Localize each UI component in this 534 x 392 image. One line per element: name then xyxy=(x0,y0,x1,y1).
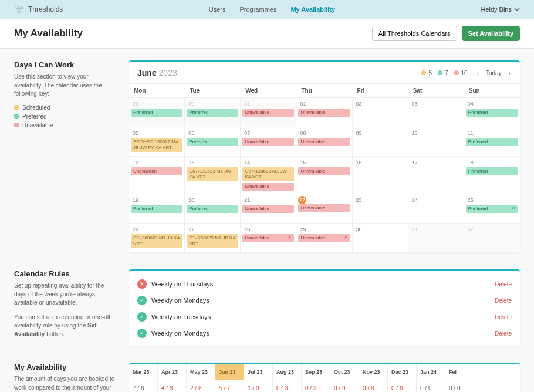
calendar-cell[interactable]: 28Unavailable✕ xyxy=(241,224,296,253)
event-pill-preferred[interactable]: Preferred xyxy=(187,205,238,213)
event-pill-unavailable[interactable]: Unavailable✕ xyxy=(298,234,350,242)
month-value[interactable]: 0 / 6 xyxy=(388,380,416,392)
month-value[interactable]: 0 / 0 xyxy=(417,380,445,392)
event-pill-preferred[interactable]: Preferred xyxy=(187,109,238,117)
calendar-cell[interactable]: 15Unavailable xyxy=(296,157,352,194)
event-pill-unavailable[interactable]: Unavailable xyxy=(298,167,350,175)
calendar-cell[interactable]: 09 xyxy=(353,127,408,157)
event-pill-unavailable[interactable]: Unavailable xyxy=(131,167,182,175)
event-pill-preferred[interactable]: Preferred xyxy=(187,138,238,146)
month-value[interactable]: 0 / 8 xyxy=(359,380,387,392)
calendar-cell[interactable]: 24 xyxy=(408,194,464,224)
event-pill-scheduled[interactable]: SEOHEO/130622 M4 JB JW FY KA VRT xyxy=(131,138,182,152)
calendar-cell[interactable]: 01Unavailable xyxy=(296,98,352,127)
month-value[interactable]: 0 / 3 xyxy=(302,380,330,392)
calendar-cell[interactable]: 29Preferred xyxy=(129,98,185,127)
pill-delete-icon[interactable]: ✕ xyxy=(344,235,348,240)
user-menu[interactable]: Heidy Bins xyxy=(481,6,520,13)
month-value[interactable]: 4 / 8 xyxy=(158,380,186,392)
calendar-next-button[interactable]: › xyxy=(508,69,512,77)
weekday-header: Sat xyxy=(408,83,464,98)
event-pill-unavailable[interactable]: Unavailable xyxy=(298,204,350,212)
count-preferred-icon xyxy=(438,70,442,75)
rule-delete-link[interactable]: Delete xyxy=(495,281,512,288)
event-pill-unavailable[interactable]: Unavailable xyxy=(242,205,294,213)
event-pill-unavailable[interactable]: Unavailable xyxy=(298,109,350,117)
month-header: May 23 xyxy=(187,364,215,380)
month-value[interactable]: 7 / 8 xyxy=(129,380,157,392)
calendar-cell[interactable]: 07Unavailable xyxy=(241,127,296,157)
calendar-cell[interactable]: 30 xyxy=(353,224,408,253)
nav-availability[interactable]: My Availability xyxy=(290,6,335,13)
event-pill-preferred[interactable]: Preferred xyxy=(466,109,518,117)
event-pill-unavailable[interactable]: Unavailable xyxy=(242,183,294,191)
calendar-cell[interactable]: 23 xyxy=(353,194,408,224)
pill-delete-icon[interactable]: ✕ xyxy=(512,206,516,211)
event-pill-preferred[interactable]: Preferred xyxy=(131,109,182,117)
calendar-cell[interactable]: 03 xyxy=(408,98,464,127)
calendar-cell[interactable]: 30Preferred xyxy=(185,98,241,127)
month-column: Oct 230 / 9 xyxy=(330,364,359,392)
all-calendars-button[interactable]: All Thresholds Calendars xyxy=(372,26,457,41)
calendar-cell[interactable]: 12Unavailable xyxy=(129,157,185,194)
nav-programmes[interactable]: Programmes xyxy=(239,6,276,13)
calendar-prev-button[interactable]: ‹ xyxy=(476,69,480,77)
event-pill-unavailable[interactable]: Unavailable xyxy=(298,138,350,146)
month-column: Sep 230 / 3 xyxy=(302,364,330,392)
calendar-today-button[interactable]: Today xyxy=(486,70,502,76)
calendar-cell[interactable]: 20Preferred xyxy=(185,194,241,224)
calendar-cell[interactable]: 22Unavailable xyxy=(296,194,352,224)
month-header: Jul 23 xyxy=(244,364,272,380)
date-number: 28 xyxy=(242,225,294,234)
calendar-cell[interactable]: 10 xyxy=(408,127,464,157)
date-number: 12 xyxy=(131,158,182,167)
calendar-cell[interactable]: 27CT- 260623 M1 JB KA VRT xyxy=(185,224,241,253)
rule-delete-link[interactable]: Delete xyxy=(495,330,512,337)
month-column: Jun 235 / 7 xyxy=(215,364,244,392)
event-pill-preferred[interactable]: Preferred✕ xyxy=(466,205,518,213)
calendar-cell[interactable]: 29Unavailable✕ xyxy=(296,224,352,253)
month-value[interactable]: 5 / 7 xyxy=(215,380,244,392)
calendar-cell[interactable]: 13G67-130623 M1 JW KA VRT xyxy=(185,157,241,194)
logo[interactable]: Thresholds xyxy=(14,4,63,15)
event-pill-scheduled[interactable]: CT- 260623 M1 JB KA VRT xyxy=(131,234,182,248)
calendar-cell[interactable]: 16 xyxy=(353,157,408,194)
calendar-cell[interactable]: 18Preferred xyxy=(464,157,520,194)
rule-delete-link[interactable]: Delete xyxy=(495,298,512,304)
month-value[interactable]: 1 / 9 xyxy=(244,380,272,392)
calendar-cell[interactable]: 14G67-130623 M1 JW KA VRTUnavailable xyxy=(241,157,296,194)
calendar-cell[interactable]: 05SEOHEO/130622 M4 JB JW FY KA VRT xyxy=(129,127,185,157)
event-pill-unavailable[interactable]: Unavailable✕ xyxy=(242,234,294,242)
month-value[interactable]: 0 / 9 xyxy=(330,380,359,392)
event-pill-scheduled[interactable]: CT- 260623 M1 JB KA VRT xyxy=(187,234,238,248)
calendar-cell[interactable]: 01 xyxy=(408,224,464,253)
month-value[interactable]: 2 / 8 xyxy=(187,380,215,392)
event-pill-unavailable[interactable]: Unavailable xyxy=(242,109,294,117)
month-value[interactable]: 0 / 0 xyxy=(445,380,474,392)
event-pill-scheduled[interactable]: G67-130623 M1 JW KA VRT xyxy=(242,167,294,181)
calendar-cell[interactable]: 08Unavailable xyxy=(296,127,352,157)
chevron-down-icon xyxy=(514,6,520,12)
calendar-cell[interactable]: 04Preferred xyxy=(464,98,520,127)
rules-desc-2: You can set up a repeating or one-off av… xyxy=(14,313,117,339)
calendar-cell[interactable]: 02 xyxy=(464,224,520,253)
set-availability-button[interactable]: Set Availability xyxy=(462,26,520,41)
pill-delete-icon[interactable]: ✕ xyxy=(288,235,292,240)
calendar-cell[interactable]: 21Unavailable xyxy=(241,194,296,224)
calendar-cell[interactable]: 11Preferred xyxy=(464,127,520,157)
month-value[interactable]: 0 / 3 xyxy=(273,380,301,392)
calendar-cell[interactable]: 26CT- 260623 M1 JB KA VRT xyxy=(129,224,185,253)
event-pill-unavailable[interactable]: Unavailable xyxy=(242,138,294,146)
calendar-cell[interactable]: 02 xyxy=(353,98,408,127)
nav-users[interactable]: Users xyxy=(209,6,226,13)
calendar-cell[interactable]: 17 xyxy=(408,157,464,194)
calendar-cell[interactable]: 06Preferred xyxy=(185,127,241,157)
event-pill-preferred[interactable]: Preferred xyxy=(131,205,182,213)
calendar-cell[interactable]: 31Unavailable xyxy=(241,98,296,127)
calendar-cell[interactable]: 19Preferred xyxy=(129,194,185,224)
calendar-cell[interactable]: 25Preferred✕ xyxy=(464,194,520,224)
event-pill-scheduled[interactable]: G67-130623 M1 JW KA VRT xyxy=(187,167,238,181)
event-pill-preferred[interactable]: Preferred xyxy=(466,167,518,175)
rule-delete-link[interactable]: Delete xyxy=(495,314,512,320)
event-pill-preferred[interactable]: Preferred xyxy=(466,138,518,146)
